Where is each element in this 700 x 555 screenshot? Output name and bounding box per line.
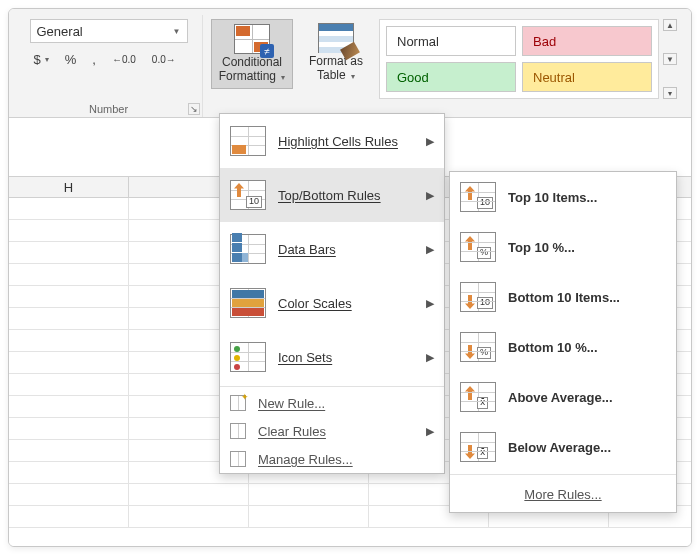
currency-button[interactable]: $ ▾ <box>30 49 53 69</box>
percent-button[interactable]: % <box>61 49 81 69</box>
color-scales-icon <box>230 288 266 318</box>
submenu-arrow-icon: ▶ <box>426 425 434 438</box>
comma-button[interactable]: , <box>88 49 100 69</box>
menu-separator <box>450 474 676 475</box>
menu-data-bars[interactable]: Data Bars ▶ <box>220 222 444 276</box>
chevron-down-icon: ▼ <box>173 27 181 36</box>
menu-new-rule[interactable]: ✦ New Rule... <box>220 389 444 417</box>
menu-bottom-10-percent[interactable]: % Bottom 10 %... <box>450 322 676 372</box>
clear-rules-icon <box>230 423 246 439</box>
style-bad[interactable]: Bad <box>522 26 652 56</box>
submenu-arrow-icon: ▶ <box>426 135 434 148</box>
format-as-table-button[interactable]: Format as Table ▾ <box>295 19 377 87</box>
submenu-arrow-icon: ▶ <box>426 189 434 202</box>
chevron-down-icon: ▾ <box>281 73 285 82</box>
menu-top-10-items[interactable]: 10 Top 10 Items... <box>450 172 676 222</box>
cell-styles-gallery[interactable]: Normal Bad Good Neutral <box>379 19 659 99</box>
number-format-dropdown[interactable]: General ▼ <box>30 19 188 43</box>
menu-below-average[interactable]: x̄ Below Average... <box>450 422 676 472</box>
menu-color-scales[interactable]: Color Scales ▶ <box>220 276 444 330</box>
top-bottom-submenu: 10 Top 10 Items... % Top 10 %... 10 Bott… <box>449 171 677 513</box>
menu-more-rules[interactable]: More Rules... <box>450 477 676 512</box>
ribbon-group-styles: ≠ Conditional Formatting ▾ Format as Tab… <box>203 15 685 117</box>
manage-rules-icon <box>230 451 246 467</box>
menu-bottom-10-items[interactable]: 10 Bottom 10 Items... <box>450 272 676 322</box>
menu-icon-sets[interactable]: Icon Sets ▶ <box>220 330 444 384</box>
submenu-arrow-icon: ▶ <box>426 243 434 256</box>
menu-manage-rules[interactable]: Manage Rules... <box>220 445 444 473</box>
increase-decimal-button[interactable]: ←0.0 <box>108 49 140 69</box>
icon-sets-icon <box>230 342 266 372</box>
top-10-percent-icon: % <box>460 232 496 262</box>
dialog-launcher-icon[interactable]: ↘ <box>188 103 200 115</box>
new-rule-icon: ✦ <box>230 395 246 411</box>
column-header-h[interactable]: H <box>9 177 129 197</box>
bottom-10-items-icon: 10 <box>460 282 496 312</box>
style-normal[interactable]: Normal <box>386 26 516 56</box>
menu-highlight-cells-rules[interactable]: Highlight Cells Rules ▶ <box>220 114 444 168</box>
app-frame: General ▼ $ ▾ % , ←0.0 0.0→ Number ↘ <box>8 8 692 547</box>
top-bottom-icon: 10 <box>230 180 266 210</box>
conditional-formatting-icon: ≠ <box>234 24 270 54</box>
below-average-icon: x̄ <box>460 432 496 462</box>
menu-separator <box>220 386 444 387</box>
gallery-more-button[interactable]: ▾ <box>663 87 677 99</box>
group-label-number: Number <box>89 103 128 115</box>
data-bars-icon <box>230 234 266 264</box>
menu-top-bottom-rules[interactable]: 10 Top/Bottom Rules ▶ <box>220 168 444 222</box>
top-10-items-icon: 10 <box>460 182 496 212</box>
ribbon-group-number: General ▼ $ ▾ % , ←0.0 0.0→ Number ↘ <box>15 15 203 117</box>
style-good[interactable]: Good <box>386 62 516 92</box>
style-neutral[interactable]: Neutral <box>522 62 652 92</box>
conditional-formatting-button[interactable]: ≠ Conditional Formatting ▾ <box>211 19 293 89</box>
number-format-value: General <box>37 24 83 39</box>
gallery-up-button[interactable]: ▲ <box>663 19 677 31</box>
ribbon: General ▼ $ ▾ % , ←0.0 0.0→ Number ↘ <box>9 9 691 118</box>
conditional-formatting-menu: Highlight Cells Rules ▶ 10 Top/Bottom Ru… <box>219 113 445 474</box>
submenu-arrow-icon: ▶ <box>426 297 434 310</box>
currency-icon: $ <box>34 52 41 67</box>
bottom-10-percent-icon: % <box>460 332 496 362</box>
submenu-arrow-icon: ▶ <box>426 351 434 364</box>
menu-top-10-percent[interactable]: % Top 10 %... <box>450 222 676 272</box>
gallery-down-button[interactable]: ▼ <box>663 53 677 65</box>
highlight-rules-icon <box>230 126 266 156</box>
styles-scroll: ▲ ▼ ▾ <box>663 19 677 99</box>
format-as-table-icon <box>318 23 354 53</box>
above-average-icon: x̄ <box>460 382 496 412</box>
menu-clear-rules[interactable]: Clear Rules ▶ <box>220 417 444 445</box>
decrease-decimal-button[interactable]: 0.0→ <box>148 49 180 69</box>
chevron-down-icon: ▾ <box>351 72 355 81</box>
chevron-down-icon: ▾ <box>45 55 49 64</box>
menu-above-average[interactable]: x̄ Above Average... <box>450 372 676 422</box>
